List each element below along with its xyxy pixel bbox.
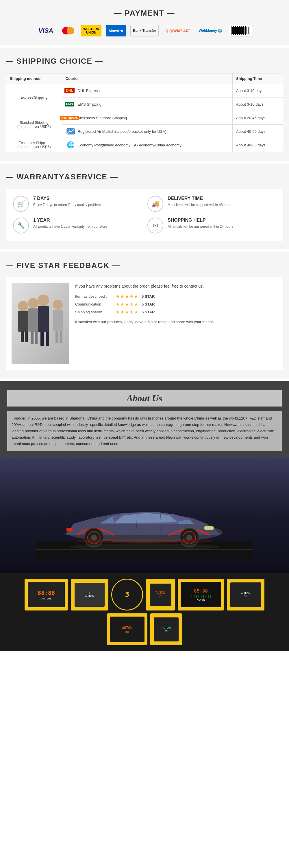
rating-label-described: Item as described : (75, 294, 113, 299)
svg-rect-15 (31, 331, 34, 344)
warranty-item-year: 🔧 1 YEAR All products have 1 year warran… (13, 218, 142, 234)
time-economy: About 40-60 days (232, 138, 283, 152)
svg-rect-8 (28, 308, 38, 332)
svg-point-31 (66, 528, 73, 531)
visa-logo: VISA (36, 25, 56, 36)
svg-point-7 (28, 298, 38, 308)
rating-label-comm: Communication : (75, 302, 113, 306)
warranty-days-heading: 7 DAYS (33, 196, 102, 201)
method-economy: Econnomy Shipping(for order over USD5) (6, 138, 62, 152)
time-air: About 40-60 days (232, 125, 283, 138)
svg-rect-14 (25, 331, 28, 342)
rating-row-shipping: Shipping speed: ★★★★★ 5 STAR (75, 309, 278, 315)
shipping-section: — SHIPPING CHOICE — Shipping method Cour… (0, 48, 289, 161)
feedback-image (11, 283, 69, 364)
mastercard-logo (60, 25, 77, 36)
payment-section: — PAYMENT — VISA WESTERNUNION Maestro Ba… (0, 0, 289, 45)
star-count-shipping: 5 STAR (142, 310, 155, 314)
product-item-8: AUTON📟 (150, 613, 182, 645)
courier-ems: EMS EMS Shipping (62, 97, 232, 111)
warranty-year-heading: 1 YEAR (33, 218, 107, 223)
feedback-title: — FIVE STAR FEEDBACK — (6, 261, 283, 270)
svg-rect-20 (60, 331, 63, 343)
svg-rect-17 (40, 332, 44, 346)
time-ems: About 3-10 days (232, 97, 283, 111)
warranty-days-text: 7 DAYS Enjoy 7 days to return if any qua… (33, 196, 102, 208)
courier-un: 🌐 Economy Post(finland economy/ SG econo… (62, 138, 232, 152)
dhl-icon: DHL (66, 86, 76, 95)
table-row: Econnomy Shipping(for order over USD5) 🌐… (6, 138, 283, 152)
svg-rect-12 (53, 310, 63, 331)
warranty-item-help: ✉ SHOPPING HELP All emails will be answe… (147, 218, 276, 234)
webmoney-logo: WebMoney 🌍 (196, 25, 224, 36)
svg-point-9 (38, 294, 49, 306)
warranty-grid: 🛒 7 DAYS Enjoy 7 days to return if any q… (6, 189, 283, 241)
stars-shipping: ★★★★★ (116, 309, 139, 315)
qiwi-logo: Q QIWIWALLET (163, 25, 192, 36)
time-dhl: About 3-10 days (232, 84, 283, 97)
about-overlay: About Us Founded in 2005, we are based i… (0, 381, 289, 457)
warranty-title: — WARRANTY&SERVICE — (6, 173, 283, 181)
about-text: Founded in 2005, we are based in Shangha… (7, 411, 282, 452)
col-header-method: Shipping method (6, 73, 62, 84)
barcode (231, 26, 250, 35)
maestro-logo: Maestro (106, 25, 126, 36)
warranty-days-desc: Enjoy 7 days to return if any quality pr… (33, 202, 102, 208)
airmail-svg (66, 127, 75, 135)
product-item-3: 3 (111, 579, 143, 611)
rating-row-described: Item as described : ★★★★★ 5 STAR (75, 294, 278, 299)
western-union-logo: WESTERNUNION (81, 25, 102, 36)
time-ali: About 20-45 days (232, 111, 283, 125)
air-icon (66, 127, 76, 136)
year-icon: 🔧 (13, 218, 29, 234)
method-express: Express Shipping (6, 84, 62, 111)
about-title: About Us (7, 390, 282, 406)
product-item-5: 88:88 |||||||||||| AUTON (178, 579, 224, 611)
stars-comm: ★★★★★ (116, 302, 139, 307)
feedback-intro: If you have any problems about the order… (75, 283, 278, 289)
product-item-7: AUTON ||||||| (107, 613, 147, 645)
feedback-text-area: If you have any problems about the order… (75, 283, 278, 364)
shipping-title: — SHIPPING CHOICE — (6, 57, 283, 66)
svg-point-30 (204, 526, 214, 530)
star-count-described: 5 STAR (142, 294, 155, 299)
warranty-delivery-heading: DELIVERY TIME (168, 196, 232, 201)
car-svg (36, 472, 253, 558)
about-section: About Us Founded in 2005, we are based i… (0, 381, 289, 651)
ems-icon: EMS (66, 100, 76, 108)
products-section: 88:88 AUTON ⚡AUTON 3 AUTON📱 88:88 ||||||… (0, 573, 289, 651)
rating-row-comm: Communication : ★★★★★ 5 STAR (75, 302, 278, 307)
warranty-item-delivery: 🚚 DELIVERY TIME Most items will be shipp… (147, 196, 276, 212)
delivery-icon: 🚚 (147, 196, 163, 212)
feedback-content: If you have any problems about the order… (6, 277, 283, 370)
svg-point-4 (18, 301, 28, 311)
svg-rect-16 (35, 331, 38, 344)
days-icon: 🛒 (13, 196, 29, 212)
courier-dhl: DHL DHL Express (62, 84, 232, 97)
product-item-1: 88:88 AUTON (25, 579, 68, 611)
warranty-help-text: SHOPPING HELP All emails will be answere… (168, 218, 233, 229)
svg-rect-10 (38, 306, 49, 332)
product-item-6: AUTON🔌 (227, 579, 264, 611)
people-svg (11, 283, 69, 364)
bank-transfer-logo: Bank Transfer (130, 25, 159, 36)
star-count-comm: 5 STAR (142, 302, 155, 306)
col-header-courier: Courier (62, 73, 232, 84)
method-standard: Standard Shipping(for order over USD5) (6, 111, 62, 138)
warranty-section: — WARRANTY&SERVICE — 🛒 7 DAYS Enjoy 7 da… (0, 164, 289, 249)
warranty-help-desc: All emails will be answered within 24 ho… (168, 224, 233, 229)
car-background (0, 457, 289, 573)
payment-title: — PAYMENT — (6, 9, 283, 18)
svg-rect-18 (46, 332, 49, 346)
svg-rect-19 (56, 331, 59, 343)
shipping-table-wrapper: Shipping method Courier Shipping Time Ex… (6, 73, 283, 152)
warranty-help-heading: SHOPPING HELP (168, 218, 233, 223)
courier-ali: Ali▸Express Aliexpress Standard Shipping (62, 111, 232, 125)
ali-icon: Ali▸Express (66, 114, 76, 122)
warranty-year-text: 1 YEAR All products have 1 year warranty… (33, 218, 107, 229)
table-row: Standard Shipping(for order over USD5) A… (6, 111, 283, 125)
car-section (0, 457, 289, 573)
svg-rect-13 (21, 331, 24, 342)
stars-described: ★★★★★ (116, 294, 139, 299)
shipping-table: Shipping method Courier Shipping Time Ex… (6, 73, 283, 152)
